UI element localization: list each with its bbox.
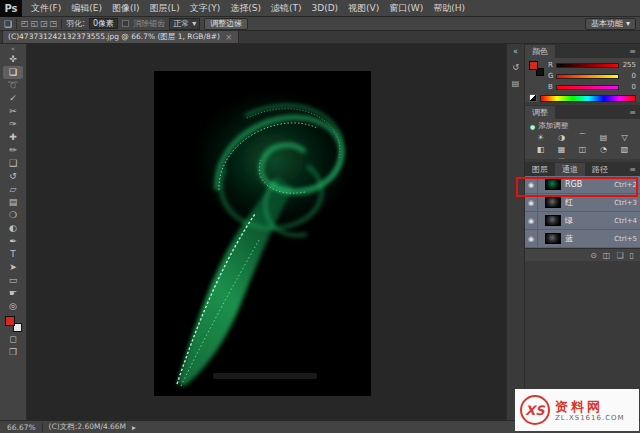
tool-eyedropper[interactable]: ✑ [3, 118, 23, 131]
channel-row-green[interactable]: ◉ 绿 Ctrl+4 [525, 212, 640, 230]
default-colors-icon[interactable] [529, 94, 537, 102]
tool-shape[interactable]: ▭ [3, 274, 23, 287]
threshold-icon[interactable]: ≋ [600, 157, 607, 159]
tab-paths[interactable]: 路径 [585, 163, 615, 176]
green-value[interactable]: 0 [622, 72, 636, 80]
menu-item-window[interactable]: 窗口(W) [384, 0, 428, 17]
tool-lasso[interactable]: ➰ [3, 79, 23, 92]
history-panel-icon[interactable]: ↺ [512, 63, 519, 72]
zoom-level[interactable]: 66.67% [7, 423, 36, 432]
canvas-area[interactable] [27, 44, 506, 420]
tool-healing-brush[interactable]: ✚ [3, 131, 23, 144]
tool-move[interactable]: ✜ [3, 53, 23, 66]
menu-item-image[interactable]: 图像(I) [107, 0, 145, 17]
add-selection-icon[interactable]: ◱ [31, 19, 39, 28]
rgb-sliders: R 255 G 0 B 0 [548, 61, 636, 91]
active-tool-icon[interactable]: ❏ [4, 19, 12, 29]
menu-item-help[interactable]: 帮助(H) [428, 0, 470, 17]
properties-panel-icon[interactable]: ▤ [512, 79, 520, 88]
tool-clone-stamp[interactable]: ❑ [3, 157, 23, 170]
tool-rectangular-marquee[interactable]: ❏ [3, 66, 23, 79]
tool-type[interactable]: T [3, 248, 23, 261]
photo-filter-icon[interactable]: ◔ [600, 145, 607, 155]
red-value[interactable]: 255 [622, 61, 636, 69]
new-channel-icon[interactable]: ❏ [616, 251, 623, 260]
posterize-icon[interactable]: ⊠ [579, 157, 586, 159]
subtract-selection-icon[interactable]: ◲ [40, 19, 48, 28]
tab-color[interactable]: 颜色 [525, 45, 555, 58]
document-tab-bar: (C)473731242132373555.jpg @ 66.7% (图层 1,… [0, 31, 640, 44]
menu-item-view[interactable]: 视图(V) [343, 0, 384, 17]
menu-item-file[interactable]: 文件(F) [26, 0, 66, 17]
blue-value[interactable]: 0 [622, 83, 636, 91]
tab-adjustments[interactable]: 调整 [525, 106, 555, 119]
exposure-icon[interactable]: ▤ [600, 133, 608, 143]
tool-history-brush[interactable]: ↺ [3, 170, 23, 183]
hue-saturation-icon[interactable]: ◧ [537, 145, 545, 155]
invert-icon[interactable]: ◩ [558, 157, 566, 159]
selective-color-icon[interactable]: ⊿ [621, 157, 628, 159]
quick-mask-icon[interactable]: ◻ [3, 333, 23, 346]
tool-path-selection[interactable]: ➤ [3, 261, 23, 274]
tool-gradient[interactable]: ▤ [3, 196, 23, 209]
menu-item-type[interactable]: 文字(Y) [185, 0, 226, 17]
refine-edge-button[interactable]: 调整边缘 [204, 18, 248, 30]
panel-menu-icon[interactable]: ≡ [625, 163, 640, 176]
tool-brush[interactable]: ✏ [3, 144, 23, 157]
screen-mode-icon[interactable]: ❐ [3, 346, 23, 359]
foreground-color-swatch[interactable] [5, 316, 15, 326]
collapse-toolbar-icon[interactable]: « [11, 45, 15, 53]
document-tab[interactable]: (C)473731242132373555.jpg @ 66.7% (图层 1,… [2, 30, 239, 43]
status-arrow-icon[interactable]: ▸ [132, 423, 136, 432]
tab-channels[interactable]: 通道 [555, 163, 585, 176]
color-balance-icon[interactable]: ▦ [558, 145, 566, 155]
style-select[interactable]: 正常 ▾ [169, 18, 200, 30]
brightness-contrast-icon[interactable]: ☀ [537, 133, 544, 143]
tool-dodge[interactable]: ◐ [3, 222, 23, 235]
black-white-icon[interactable]: ◫ [579, 145, 587, 155]
save-selection-icon[interactable]: ◫ [603, 251, 611, 260]
add-adjustment-label: 添加调整 [538, 121, 568, 131]
load-selection-icon[interactable]: ⊙ [590, 251, 597, 260]
menu-item-edit[interactable]: 编辑(E) [66, 0, 107, 17]
tool-crop[interactable]: ✂ [3, 105, 23, 118]
intersect-selection-icon[interactable]: ◳ [50, 19, 58, 28]
menu-item-3d[interactable]: 3D(D) [306, 0, 343, 17]
green-smoke-image [155, 72, 370, 395]
levels-icon[interactable]: ◑ [558, 133, 565, 143]
tool-quick-selection[interactable]: ✓ [3, 92, 23, 105]
vibrance-icon[interactable]: ▽ [621, 133, 627, 143]
document-canvas-image[interactable] [155, 72, 370, 395]
menu-item-select[interactable]: 选择(S) [225, 0, 266, 17]
blue-slider[interactable] [556, 85, 619, 90]
green-slider[interactable] [556, 74, 619, 79]
collapse-panels-icon[interactable]: « [513, 47, 518, 56]
feather-input[interactable]: 0像素 [89, 18, 118, 29]
channel-row-blue[interactable]: ◉ 蓝 Ctrl+5 [525, 230, 640, 248]
tool-pen[interactable]: ✒ [3, 235, 23, 248]
color-spectrum-ramp[interactable] [540, 95, 636, 102]
new-selection-icon[interactable]: ◰ [21, 19, 29, 28]
foreground-color-swatch[interactable] [529, 61, 538, 70]
tab-layers[interactable]: 图层 [525, 163, 555, 176]
menu-item-layer[interactable]: 图层(L) [145, 0, 185, 17]
workspace-switcher-button[interactable]: 基本功能 ▾ [585, 18, 636, 30]
tool-blur[interactable]: ❍ [3, 209, 23, 222]
watermark-site-name: 资料网 [555, 399, 625, 414]
red-slider[interactable] [556, 63, 619, 68]
panel-menu-icon[interactable]: ≡ [625, 106, 640, 119]
panel-menu-icon[interactable]: ≡ [625, 45, 640, 58]
delete-channel-icon[interactable]: ▯ [630, 251, 634, 260]
antialias-checkbox[interactable] [122, 20, 129, 27]
close-icon[interactable]: × [225, 31, 233, 43]
menu-item-filter[interactable]: 滤镜(T) [266, 0, 307, 17]
channel-mixer-icon[interactable]: ▧ [621, 145, 629, 155]
eye-icon[interactable]: ◉ [525, 212, 538, 230]
eye-icon[interactable]: ◉ [525, 230, 538, 248]
divider [42, 423, 43, 432]
tool-eraser[interactable]: ▱ [3, 183, 23, 196]
tool-zoom[interactable]: ◎ [3, 300, 23, 313]
curves-icon[interactable]: ⌒ [579, 133, 587, 143]
tool-hand[interactable]: ☛ [3, 287, 23, 300]
color-lookup-icon[interactable]: ⊞ [537, 157, 544, 159]
